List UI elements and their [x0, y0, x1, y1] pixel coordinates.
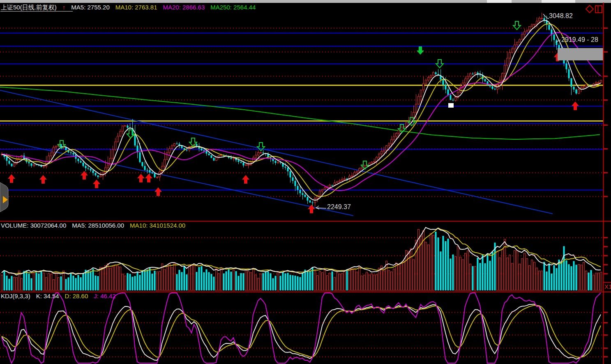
candle-body-up	[507, 58, 508, 65]
candle-body-down	[88, 168, 89, 169]
buy-signal-icon: ↑	[62, 4, 66, 11]
volume-bar-down	[588, 272, 590, 290]
volume-bar-up	[539, 271, 540, 290]
volume-bar-down	[295, 276, 296, 290]
volume-bar-up	[541, 271, 543, 290]
volume-bar-down	[309, 271, 311, 290]
volume-ma10-line	[2, 228, 601, 274]
volume-value: VOLUME: 30072064.00	[1, 222, 66, 229]
volume-bar-up	[475, 266, 476, 290]
volume-bar-up	[383, 271, 385, 290]
candle-body-up	[117, 136, 119, 142]
volume-bar-down	[127, 273, 129, 290]
volume-bar-up	[329, 273, 331, 290]
volume-bar-down	[152, 274, 153, 290]
candle-body-up	[378, 154, 380, 157]
volume-bar-down	[226, 271, 227, 290]
candle-body-down	[494, 89, 496, 90]
volume-bar-down	[265, 271, 267, 290]
volume-bar-down	[573, 261, 575, 290]
candle-body-up	[359, 168, 360, 171]
volume-bar-down	[477, 258, 479, 290]
candle-body-up	[233, 158, 235, 159]
candle-body-up	[356, 171, 358, 173]
buy-arrow-icon	[93, 180, 100, 188]
candle-body-up	[586, 85, 587, 86]
volume-bar-up	[430, 233, 432, 290]
candle-body-up	[425, 80, 427, 83]
volume-bar-down	[590, 270, 592, 290]
candle-body-up	[319, 191, 321, 196]
candle-body-up	[351, 176, 353, 177]
volume-bar-up	[55, 273, 57, 290]
volume-bar-up	[433, 235, 434, 290]
volume-bar-up	[319, 272, 321, 290]
volume-bar-up	[457, 246, 459, 290]
candle-body-up	[341, 180, 343, 181]
volume-bar-up	[499, 258, 501, 290]
candle-body-up	[497, 85, 498, 90]
volume-bar-up	[14, 277, 15, 290]
volume-bar-down	[300, 277, 301, 290]
candle-body-down	[201, 149, 203, 151]
volume-bar-up	[519, 264, 521, 290]
volume-bar-up	[317, 276, 318, 290]
kdj-header: KDJ(9,3,3)K: 34.54D: 28.60J: 46.42	[1, 293, 122, 299]
measure-box	[558, 48, 603, 60]
candle-body-up	[423, 83, 424, 90]
kdj-j-value: J: 46.42	[94, 293, 115, 299]
candle-body-down	[85, 166, 87, 168]
volume-bar-up	[526, 258, 528, 290]
volume-bar-down	[231, 272, 232, 290]
buy-arrow-icon	[137, 174, 145, 182]
candle-body-down	[70, 152, 72, 153]
candle-body-up	[339, 181, 341, 182]
volume-bar-up	[425, 242, 427, 290]
candle-body-up	[514, 45, 516, 49]
volume-bar-up	[531, 260, 533, 290]
volume-bar-down	[243, 273, 244, 290]
candle-body-down	[231, 158, 232, 159]
volume-bar-up	[583, 263, 585, 290]
split-window-icon[interactable]	[595, 6, 602, 13]
diamond-tool-icon[interactable]	[586, 5, 593, 13]
buy-arrow-icon	[154, 187, 162, 196]
volume-bar-up	[191, 265, 193, 290]
chart-canvas[interactable]	[0, 0, 611, 364]
candle-body-down	[9, 161, 10, 164]
ma250-value: MA250: 2564.44	[210, 4, 256, 11]
candle-body-up	[364, 166, 365, 167]
volume-bar-up	[467, 251, 469, 290]
candle-body-down	[312, 203, 314, 203]
candle-body-up	[504, 65, 506, 74]
volume-bar-up	[509, 255, 511, 290]
sell-arrow-icon	[513, 21, 521, 30]
volume-bar-up	[216, 269, 217, 290]
volume-bar-down	[6, 276, 8, 290]
candle-body-down	[186, 150, 188, 151]
candle-body-up	[386, 146, 387, 150]
candle-body-up	[324, 188, 326, 189]
candle-body-up	[578, 90, 580, 94]
volume-bar-down	[139, 275, 141, 290]
volume-bar-down	[129, 274, 131, 290]
volume-bar-up	[58, 278, 60, 290]
volume-bar-up	[314, 271, 316, 290]
candle-body-up	[166, 153, 168, 160]
candle-body-down	[240, 162, 242, 163]
volume-bar-down	[568, 264, 570, 290]
volume-bar-up	[105, 265, 106, 290]
volume-bar-down	[223, 273, 225, 290]
volume-bar-up	[253, 270, 254, 290]
volume-bar-down	[480, 263, 481, 290]
volume-bar-down	[332, 272, 333, 290]
kdj-d-value: D: 28.60	[65, 293, 88, 299]
volume-bar-up	[1, 275, 3, 290]
volume-bar-down	[576, 265, 577, 290]
symbol-title[interactable]: 上证50(日线.前复权)	[1, 4, 57, 11]
volume-bar-up	[378, 268, 380, 290]
volume-bar-up	[460, 257, 461, 290]
volume-bar-down	[443, 236, 444, 290]
volume-bar-up	[258, 278, 259, 290]
volume-bar-up	[354, 269, 355, 290]
